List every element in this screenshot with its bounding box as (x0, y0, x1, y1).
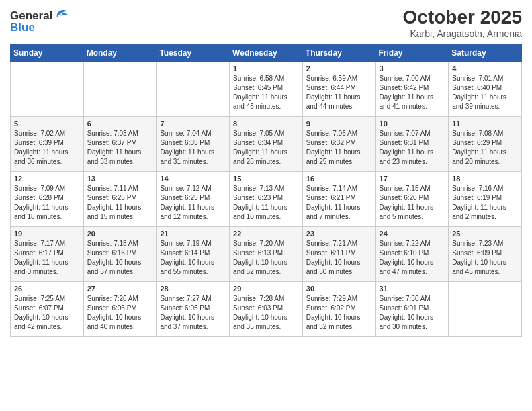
day-info: Sunrise: 7:28 AM Sunset: 6:03 PM Dayligh… (233, 294, 299, 332)
table-row (83, 62, 157, 117)
day-info: Sunrise: 7:18 AM Sunset: 6:16 PM Dayligh… (87, 239, 153, 277)
day-number: 17 (380, 175, 445, 183)
day-info: Sunrise: 7:17 AM Sunset: 6:17 PM Dayligh… (14, 239, 80, 277)
day-number: 22 (233, 230, 299, 238)
day-number: 12 (14, 175, 80, 183)
day-info: Sunrise: 6:59 AM Sunset: 6:44 PM Dayligh… (306, 74, 372, 111)
table-row: 3Sunrise: 7:00 AM Sunset: 6:42 PM Daylig… (375, 62, 449, 117)
table-row: 24Sunrise: 7:22 AM Sunset: 6:10 PM Dayli… (375, 227, 449, 282)
page-header: General Blue October 2025 Karbi, Aragats… (10, 7, 522, 39)
table-row: 2Sunrise: 6:59 AM Sunset: 6:44 PM Daylig… (302, 62, 375, 117)
calendar-week-row: 12Sunrise: 7:09 AM Sunset: 6:28 PM Dayli… (11, 172, 522, 227)
day-number: 14 (160, 175, 226, 183)
table-row: 15Sunrise: 7:13 AM Sunset: 6:23 PM Dayli… (230, 172, 303, 227)
day-info: Sunrise: 7:02 AM Sunset: 6:39 PM Dayligh… (14, 129, 80, 167)
calendar-week-row: 19Sunrise: 7:17 AM Sunset: 6:17 PM Dayli… (11, 227, 522, 282)
col-tuesday: Tuesday (157, 45, 230, 62)
day-info: Sunrise: 7:20 AM Sunset: 6:13 PM Dayligh… (233, 239, 299, 277)
table-row: 17Sunrise: 7:15 AM Sunset: 6:20 PM Dayli… (375, 172, 449, 227)
day-info: Sunrise: 7:26 AM Sunset: 6:06 PM Dayligh… (87, 294, 153, 332)
col-sunday: Sunday (11, 45, 84, 62)
day-info: Sunrise: 7:08 AM Sunset: 6:29 PM Dayligh… (452, 129, 518, 167)
calendar-week-row: 1Sunrise: 6:58 AM Sunset: 6:45 PM Daylig… (11, 62, 522, 117)
page-container: General Blue October 2025 Karbi, Aragats… (0, 0, 532, 411)
day-number: 21 (160, 230, 226, 238)
table-row: 20Sunrise: 7:18 AM Sunset: 6:16 PM Dayli… (83, 227, 157, 282)
day-number: 18 (452, 175, 518, 183)
table-row: 1Sunrise: 6:58 AM Sunset: 6:45 PM Daylig… (230, 62, 303, 117)
col-saturday: Saturday (449, 45, 522, 62)
day-number: 9 (306, 120, 372, 128)
table-row: 7Sunrise: 7:04 AM Sunset: 6:35 PM Daylig… (157, 117, 230, 172)
calendar-header-row: Sunday Monday Tuesday Wednesday Thursday… (11, 45, 522, 62)
day-number: 5 (14, 120, 80, 128)
day-info: Sunrise: 7:19 AM Sunset: 6:14 PM Dayligh… (160, 239, 226, 277)
col-friday: Friday (375, 45, 449, 62)
table-row: 29Sunrise: 7:28 AM Sunset: 6:03 PM Dayli… (230, 282, 303, 337)
day-info: Sunrise: 7:12 AM Sunset: 6:25 PM Dayligh… (160, 184, 226, 222)
calendar-week-row: 5Sunrise: 7:02 AM Sunset: 6:39 PM Daylig… (11, 117, 522, 172)
table-row: 5Sunrise: 7:02 AM Sunset: 6:39 PM Daylig… (11, 117, 84, 172)
day-number: 31 (380, 285, 445, 293)
day-info: Sunrise: 7:11 AM Sunset: 6:26 PM Dayligh… (87, 184, 153, 222)
day-number: 19 (14, 230, 80, 238)
day-info: Sunrise: 7:23 AM Sunset: 6:09 PM Dayligh… (452, 239, 518, 277)
day-number: 11 (452, 120, 518, 128)
table-row: 23Sunrise: 7:21 AM Sunset: 6:11 PM Dayli… (302, 227, 375, 282)
day-info: Sunrise: 7:01 AM Sunset: 6:40 PM Dayligh… (452, 74, 518, 111)
month-title: October 2025 (403, 7, 522, 28)
day-number: 24 (380, 230, 445, 238)
day-info: Sunrise: 7:03 AM Sunset: 6:37 PM Dayligh… (87, 129, 153, 167)
table-row: 31Sunrise: 7:30 AM Sunset: 6:01 PM Dayli… (375, 282, 449, 337)
calendar-table: Sunday Monday Tuesday Wednesday Thursday… (10, 44, 522, 337)
table-row: 19Sunrise: 7:17 AM Sunset: 6:17 PM Dayli… (11, 227, 84, 282)
table-row: 22Sunrise: 7:20 AM Sunset: 6:13 PM Dayli… (230, 227, 303, 282)
table-row: 30Sunrise: 7:29 AM Sunset: 6:02 PM Dayli… (302, 282, 375, 337)
table-row (449, 282, 522, 337)
day-info: Sunrise: 7:06 AM Sunset: 6:32 PM Dayligh… (306, 129, 372, 167)
calendar-week-row: 26Sunrise: 7:25 AM Sunset: 6:07 PM Dayli… (11, 282, 522, 337)
table-row: 13Sunrise: 7:11 AM Sunset: 6:26 PM Dayli… (83, 172, 157, 227)
day-info: Sunrise: 7:22 AM Sunset: 6:10 PM Dayligh… (380, 239, 445, 277)
day-info: Sunrise: 7:29 AM Sunset: 6:02 PM Dayligh… (306, 294, 372, 332)
table-row: 27Sunrise: 7:26 AM Sunset: 6:06 PM Dayli… (83, 282, 157, 337)
day-number: 1 (233, 64, 299, 73)
title-block: October 2025 Karbi, Aragatsotn, Armenia (403, 7, 522, 39)
table-row: 4Sunrise: 7:01 AM Sunset: 6:40 PM Daylig… (449, 62, 522, 117)
day-number: 13 (87, 175, 153, 183)
logo: General Blue (10, 9, 68, 34)
table-row: 16Sunrise: 7:14 AM Sunset: 6:21 PM Dayli… (302, 172, 375, 227)
day-info: Sunrise: 7:07 AM Sunset: 6:31 PM Dayligh… (380, 129, 445, 167)
table-row: 18Sunrise: 7:16 AM Sunset: 6:19 PM Dayli… (449, 172, 522, 227)
location-subtitle: Karbi, Aragatsotn, Armenia (403, 28, 522, 39)
table-row (11, 62, 84, 117)
day-number: 8 (233, 120, 299, 128)
day-info: Sunrise: 7:30 AM Sunset: 6:01 PM Dayligh… (380, 294, 445, 332)
day-info: Sunrise: 7:09 AM Sunset: 6:28 PM Dayligh… (14, 184, 80, 222)
logo-blue-text: Blue (10, 21, 68, 34)
day-info: Sunrise: 7:21 AM Sunset: 6:11 PM Dayligh… (306, 239, 372, 277)
table-row: 28Sunrise: 7:27 AM Sunset: 6:05 PM Dayli… (157, 282, 230, 337)
day-number: 20 (87, 230, 153, 238)
table-row: 21Sunrise: 7:19 AM Sunset: 6:14 PM Dayli… (157, 227, 230, 282)
day-info: Sunrise: 7:05 AM Sunset: 6:34 PM Dayligh… (233, 129, 299, 167)
day-info: Sunrise: 7:00 AM Sunset: 6:42 PM Dayligh… (380, 74, 445, 111)
day-number: 4 (452, 64, 518, 73)
day-info: Sunrise: 7:25 AM Sunset: 6:07 PM Dayligh… (14, 294, 80, 332)
day-number: 3 (380, 64, 445, 73)
day-info: Sunrise: 7:14 AM Sunset: 6:21 PM Dayligh… (306, 184, 372, 222)
table-row: 12Sunrise: 7:09 AM Sunset: 6:28 PM Dayli… (11, 172, 84, 227)
day-number: 28 (160, 285, 226, 293)
table-row: 8Sunrise: 7:05 AM Sunset: 6:34 PM Daylig… (230, 117, 303, 172)
day-number: 23 (306, 230, 372, 238)
day-info: Sunrise: 7:15 AM Sunset: 6:20 PM Dayligh… (380, 184, 445, 222)
day-number: 26 (14, 285, 80, 293)
table-row: 9Sunrise: 7:06 AM Sunset: 6:32 PM Daylig… (302, 117, 375, 172)
day-number: 2 (306, 64, 372, 73)
day-number: 15 (233, 175, 299, 183)
day-info: Sunrise: 7:27 AM Sunset: 6:05 PM Dayligh… (160, 294, 226, 332)
col-monday: Monday (83, 45, 157, 62)
day-number: 27 (87, 285, 153, 293)
table-row: 14Sunrise: 7:12 AM Sunset: 6:25 PM Dayli… (157, 172, 230, 227)
col-thursday: Thursday (302, 45, 375, 62)
